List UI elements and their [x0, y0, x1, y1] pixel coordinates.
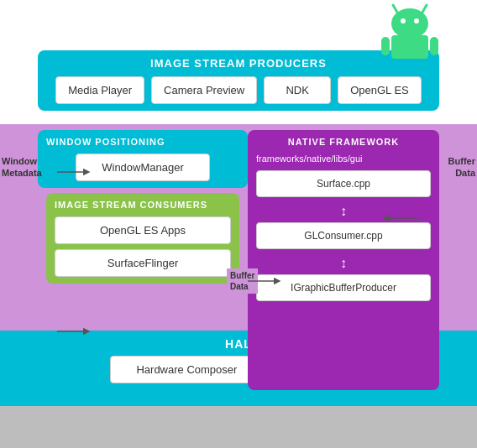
igraphicbufferproducer-box: IGraphicBufferProducer	[256, 274, 431, 301]
svg-rect-7	[430, 37, 438, 55]
window-metadata-label: WindowMetadata	[2, 155, 37, 180]
image-stream-producers-section: IMAGE STREAM PRODUCERS Media Player Came…	[38, 50, 439, 111]
opengl-es-box: OpenGL ES	[338, 76, 422, 104]
producer-boxes: Media Player Camera Preview NDK OpenGL E…	[48, 76, 429, 104]
hardware-composer-box: Hardware Composer	[110, 356, 263, 383]
native-framework-section: NATIVE FRAMEWORK frameworks/native/libs/…	[248, 130, 439, 390]
android-robot	[376, 0, 443, 59]
main-diagram: IMAGE STREAM PRODUCERS Media Player Came…	[0, 0, 477, 448]
native-framework-path: frameworks/native/libs/gui	[256, 154, 431, 164]
image-stream-consumers-title: IMAGE STREAM CONSUMERS	[55, 200, 231, 210]
surface-cpp-box: Surface.cpp	[256, 170, 431, 197]
opengl-es-apps-box: OpenGL ES Apps	[55, 216, 231, 244]
svg-point-3	[401, 18, 406, 23]
buffer-data-right-label: BufferData	[440, 155, 475, 180]
arrow-down-1: ↕	[256, 204, 431, 219]
arrow-down-2: ↕	[256, 256, 431, 271]
bottom-bar	[0, 406, 477, 448]
buffer-data-middle-label: BufferData	[227, 268, 258, 294]
image-stream-producers-title: IMAGE STREAM PRODUCERS	[48, 57, 429, 70]
window-manager-box: WindowManager	[76, 154, 210, 181]
svg-rect-6	[381, 37, 390, 55]
svg-point-4	[414, 18, 419, 23]
camera-preview-box: Camera Preview	[151, 76, 257, 104]
glconsumer-cpp-box: GLConsumer.cpp	[256, 222, 431, 249]
window-positioning-title: WINDOW POSITIONING	[46, 137, 239, 147]
surfaceflinger-box: SurfaceFlinger	[55, 249, 231, 277]
svg-rect-5	[391, 35, 428, 59]
svg-point-2	[391, 8, 428, 39]
window-positioning-section: WINDOW POSITIONING WindowManager	[38, 130, 248, 188]
media-player-box: Media Player	[55, 76, 144, 104]
image-stream-consumers-section: IMAGE STREAM CONSUMERS OpenGL ES Apps Su…	[46, 193, 239, 284]
ndk-box: NDK	[264, 76, 331, 104]
native-framework-title: NATIVE FRAMEWORK	[256, 137, 431, 147]
